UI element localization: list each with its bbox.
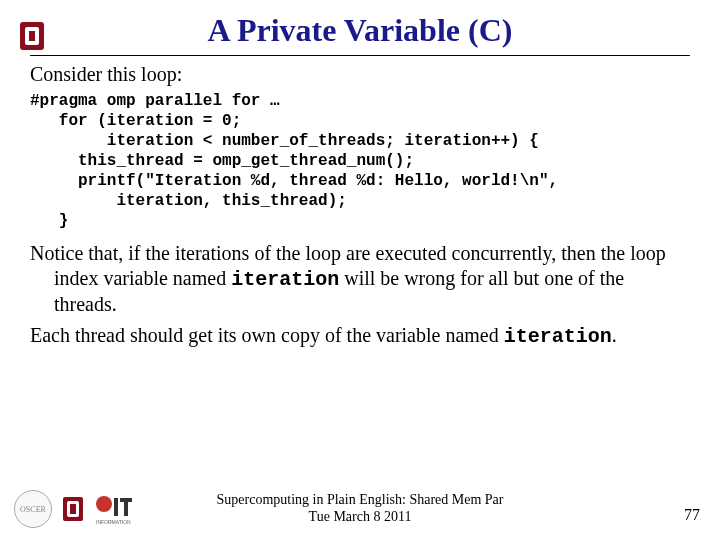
svg-rect-5 (70, 504, 76, 514)
footer-line-2: Tue March 8 2011 (217, 509, 504, 526)
it-logo-icon: INFORMATION (94, 490, 154, 528)
svg-rect-7 (114, 498, 118, 516)
page-number: 77 (684, 506, 700, 524)
footer-logos: OSCER INFORMATION (14, 490, 154, 528)
para2-pre: Each thread should get its own copy of t… (30, 324, 504, 346)
svg-rect-9 (124, 498, 128, 516)
ou-small-logo-icon (58, 494, 88, 524)
slide: A Private Variable (C) Consider this loo… (0, 0, 720, 540)
footer-line-1: Supercomputing in Plain English: Shared … (217, 492, 504, 509)
oscer-logo-icon: OSCER (14, 490, 52, 528)
divider (30, 55, 690, 56)
para2-post: . (612, 324, 617, 346)
svg-point-6 (96, 496, 112, 512)
paragraph-2: Each thread should get its own copy of t… (30, 323, 690, 349)
footer-caption: Supercomputing in Plain English: Shared … (217, 492, 504, 526)
slide-title: A Private Variable (C) (30, 12, 690, 49)
svg-rect-2 (29, 31, 35, 41)
ou-logo-icon (14, 18, 50, 54)
para2-code: iteration (504, 325, 612, 348)
code-block: #pragma omp parallel for … for (iteratio… (30, 91, 690, 231)
intro-text: Consider this loop: (30, 62, 690, 87)
footer: OSCER INFORMATION Supercomputing (0, 480, 720, 532)
paragraph-1: Notice that, if the iterations of the lo… (30, 241, 690, 317)
svg-text:INFORMATION: INFORMATION (96, 519, 131, 525)
para1-code: iteration (231, 268, 339, 291)
